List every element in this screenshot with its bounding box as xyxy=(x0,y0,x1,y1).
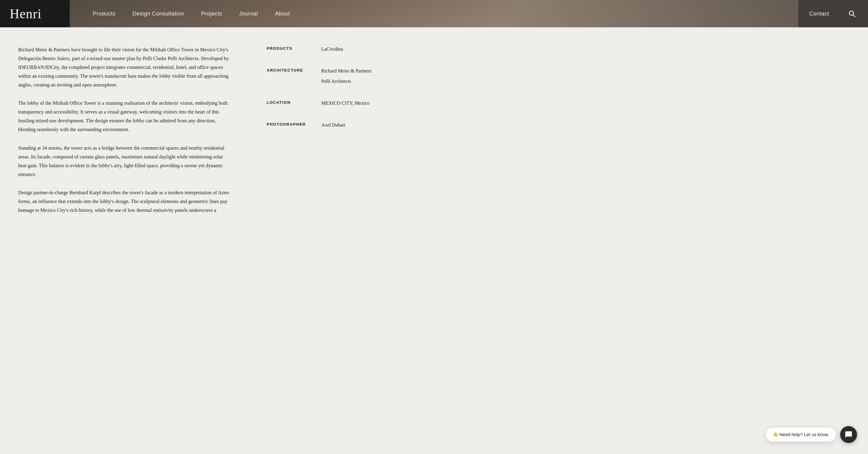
metadata-label-photographer: PHOTOGRAPHER xyxy=(267,121,321,126)
chat-widget: 👋 Need help? Let us know. xyxy=(766,426,857,443)
metadata-label-location: LOCATION xyxy=(267,100,321,105)
sidebar-metadata: PRODUCTSLaCividinaARCHITECTURERichard Me… xyxy=(249,27,455,454)
svg-line-1 xyxy=(853,15,855,17)
chat-open-button[interactable] xyxy=(840,426,857,443)
metadata-row-1: PRODUCTSLaCividina xyxy=(267,46,430,53)
article-paragraph-2: The lobby of the Mitikah Office Tower is… xyxy=(18,99,230,134)
header-right: Contact xyxy=(798,0,868,27)
metadata-values-4: Axel Duhart xyxy=(321,121,345,129)
search-icon xyxy=(848,10,856,18)
metadata-row-2: ARCHITECTURERichard Meier & PartnersPell… xyxy=(267,67,430,85)
chat-icon xyxy=(845,431,852,438)
metadata-value-1-1: LaCividina xyxy=(321,46,343,53)
article-paragraph-4: Design partner-in-charge Bernhard Karpf … xyxy=(18,189,230,215)
article-paragraph-1: Richard Meier & Partners have brought to… xyxy=(18,46,230,89)
nav-item-projects[interactable]: Projects xyxy=(193,10,230,17)
metadata-values-3: MEXICO CITY, Mexico xyxy=(321,100,369,107)
metadata-value-4-1: Axel Duhart xyxy=(321,121,345,129)
nav-item-journal[interactable]: Journal xyxy=(230,10,267,17)
svg-point-0 xyxy=(849,11,854,15)
metadata-values-1: LaCividina xyxy=(321,46,343,53)
logo-area: Henri xyxy=(0,0,70,27)
metadata-row-3: LOCATIONMEXICO CITY, Mexico xyxy=(267,100,430,107)
main-content: Richard Meier & Partners have brought to… xyxy=(0,0,868,454)
metadata-values-2: Richard Meier & PartnersPelli Architects xyxy=(321,67,372,85)
main-nav: ProductsDesign ConsultationProjectsJourn… xyxy=(70,0,313,27)
chat-bubble-text: 👋 Need help? Let us know. xyxy=(773,432,829,437)
metadata-row-4: PHOTOGRAPHERAxel Duhart xyxy=(267,121,430,129)
chat-bubble: 👋 Need help? Let us know. xyxy=(766,428,836,442)
metadata-label-products: PRODUCTS xyxy=(267,46,321,51)
nav-item-about[interactable]: About xyxy=(267,10,299,17)
contact-link[interactable]: Contact xyxy=(809,10,829,17)
metadata-label-architecture: ARCHITECTURE xyxy=(267,67,321,73)
site-logo[interactable]: Henri xyxy=(10,6,41,22)
article-content: Richard Meier & Partners have brought to… xyxy=(0,27,249,454)
metadata-value-2-1: Richard Meier & Partners xyxy=(321,67,372,75)
nav-item-products[interactable]: Products xyxy=(84,10,124,17)
nav-item-design-consultation[interactable]: Design Consultation xyxy=(124,10,193,17)
article-paragraph-3: Standing at 34 stories, the tower acts a… xyxy=(18,144,230,179)
metadata-value-3-1: MEXICO CITY, Mexico xyxy=(321,100,369,107)
search-button[interactable] xyxy=(847,8,857,19)
metadata-value-2-2: Pelli Architects xyxy=(321,78,372,85)
